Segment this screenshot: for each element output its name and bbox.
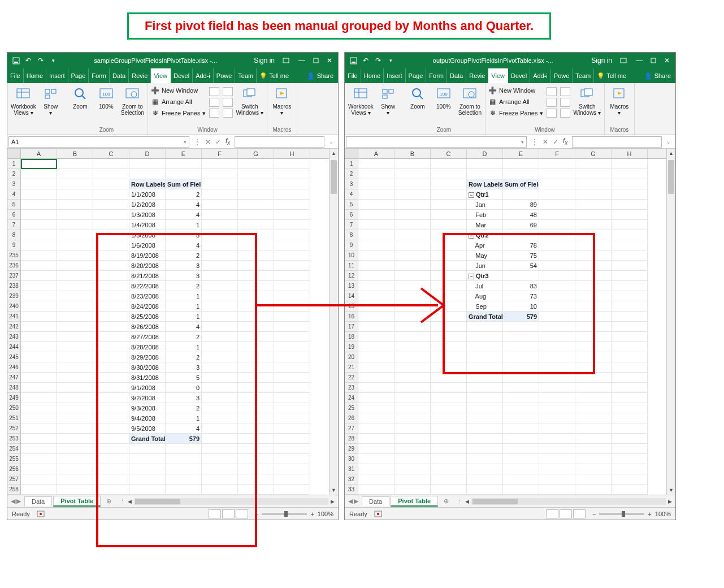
cell[interactable] [467, 362, 503, 373]
cell[interactable]: 579 [166, 434, 202, 444]
cell[interactable] [612, 159, 648, 169]
cell[interactable] [539, 291, 575, 301]
cell[interactable] [612, 200, 648, 210]
scroll-up-icon[interactable]: ▲ [667, 149, 675, 158]
cell[interactable] [394, 179, 431, 189]
view-side-button[interactable] [560, 87, 570, 96]
cell[interactable] [358, 474, 394, 485]
minimize-icon[interactable]: ― [298, 57, 305, 64]
cell[interactable] [57, 373, 93, 383]
cell[interactable] [57, 261, 93, 271]
cell[interactable] [394, 210, 431, 220]
name-box[interactable]: A1▾ [8, 136, 189, 148]
cell[interactable]: 8/23/2008 [129, 291, 166, 301]
cell[interactable] [612, 271, 648, 281]
cell[interactable]: 1/6/2008 [129, 240, 166, 250]
cell[interactable] [394, 220, 431, 230]
cell[interactable]: 9/1/2008 [129, 383, 166, 393]
cell[interactable]: Row Labels▾ [467, 179, 503, 189]
cell[interactable] [238, 322, 274, 332]
cell[interactable] [21, 403, 57, 413]
cell[interactable]: Sep [467, 301, 503, 312]
cell[interactable] [539, 393, 575, 403]
cell[interactable] [503, 464, 539, 474]
cell[interactable] [238, 281, 274, 291]
cell[interactable] [539, 220, 575, 230]
cell[interactable] [503, 403, 539, 413]
cell[interactable] [431, 383, 467, 393]
cell[interactable] [93, 261, 129, 271]
cell[interactable] [394, 454, 431, 464]
cell[interactable] [238, 291, 274, 301]
cell[interactable]: 3 [166, 393, 202, 403]
cell[interactable] [274, 312, 310, 322]
ribbon-tab-form[interactable]: Form [89, 68, 110, 83]
cell[interactable] [394, 312, 431, 322]
cell[interactable] [612, 312, 648, 322]
cell[interactable] [202, 322, 238, 332]
row-header[interactable]: 12 [345, 271, 358, 281]
cell[interactable]: 8/26/2008 [129, 322, 166, 332]
cell[interactable]: 78 [503, 240, 539, 250]
cell[interactable] [431, 485, 467, 495]
scroll-thumb[interactable] [331, 160, 337, 194]
cell[interactable] [274, 200, 310, 210]
col-header-G[interactable]: G [575, 149, 612, 158]
cell[interactable]: 9/2/2008 [129, 393, 166, 403]
cell[interactable] [612, 454, 648, 464]
cell[interactable]: Apr [467, 240, 503, 250]
cell[interactable] [202, 189, 238, 200]
cell[interactable] [503, 434, 539, 444]
cell[interactable] [575, 301, 612, 312]
collapse-icon[interactable]: − [469, 233, 474, 239]
row-header[interactable]: 247 [7, 373, 21, 383]
cell[interactable] [202, 169, 238, 179]
cell[interactable] [358, 393, 394, 403]
row-header[interactable]: 4 [7, 189, 21, 200]
cell[interactable] [612, 342, 648, 352]
cell[interactable] [503, 230, 539, 240]
cell[interactable]: 48 [503, 210, 539, 220]
cell[interactable] [21, 301, 57, 312]
cell[interactable]: Jun [467, 261, 503, 271]
cell[interactable] [57, 352, 93, 362]
cell[interactable]: −Qtr1 [467, 189, 503, 200]
cell[interactable] [93, 423, 129, 434]
cell[interactable] [93, 413, 129, 423]
cell[interactable] [503, 423, 539, 434]
cell[interactable] [612, 383, 648, 393]
cell[interactable] [575, 423, 612, 434]
cell[interactable]: 1/3/2008 [129, 210, 166, 220]
cell[interactable] [358, 332, 394, 342]
cell[interactable] [612, 423, 648, 434]
cell[interactable] [21, 454, 57, 464]
cell[interactable]: 1/4/2008 [129, 220, 166, 230]
cell[interactable] [539, 322, 575, 332]
cell[interactable] [21, 312, 57, 322]
cell[interactable] [539, 312, 575, 322]
cell[interactable] [575, 281, 612, 291]
cell[interactable] [238, 250, 274, 261]
cell[interactable] [575, 352, 612, 362]
cell[interactable] [575, 179, 612, 189]
row-header[interactable]: 11 [345, 261, 358, 271]
cell[interactable] [467, 373, 503, 383]
select-all-button[interactable] [345, 149, 358, 158]
cancel-formula-icon[interactable]: ✕ [543, 138, 548, 146]
row-header[interactable]: 33 [345, 485, 358, 495]
cell[interactable] [431, 434, 467, 444]
cell[interactable] [394, 322, 431, 332]
cell[interactable] [93, 464, 129, 474]
cell[interactable]: 4 [166, 240, 202, 250]
cell[interactable] [358, 240, 394, 250]
cell[interactable]: 54 [503, 261, 539, 271]
workbook-views-button[interactable]: WorkbookViews ▾ [348, 85, 374, 116]
cell[interactable] [93, 189, 129, 200]
row-header[interactable]: 253 [7, 434, 21, 444]
cell[interactable]: 8/31/2008 [129, 373, 166, 383]
cell[interactable] [166, 444, 202, 454]
cell[interactable] [202, 383, 238, 393]
cell[interactable] [93, 434, 129, 444]
cell[interactable] [358, 485, 394, 495]
cell[interactable]: 8/27/2008 [129, 332, 166, 342]
